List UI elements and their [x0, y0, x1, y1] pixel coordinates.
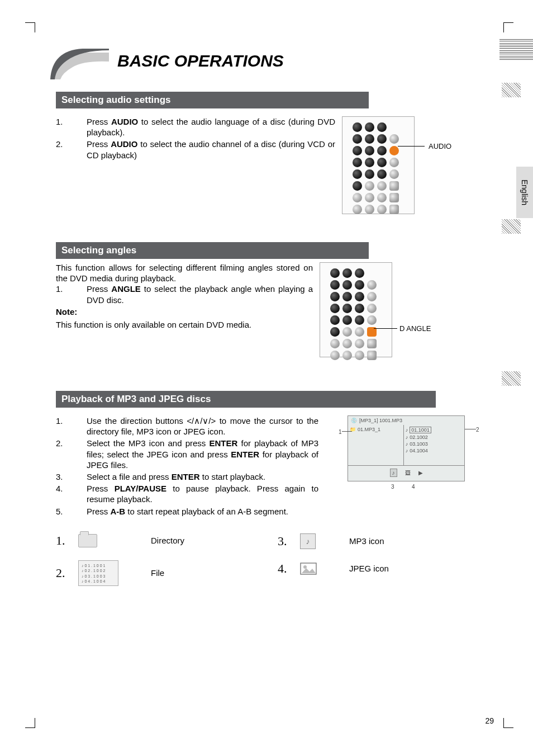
- mp3-file-row: 01.1001: [410, 427, 431, 433]
- remote-illustration: [320, 262, 392, 357]
- legend-label-jpeg: JPEG icon: [349, 564, 389, 573]
- callout-label-angle: D ANGLE: [399, 324, 431, 333]
- page-title: BASIC OPERATIONS: [117, 51, 284, 70]
- list-item: 1. Press AUDIO to select the audio langu…: [56, 116, 335, 138]
- crop-mark: [503, 718, 513, 728]
- crop-mark: [25, 718, 35, 728]
- section-intro: This function allows for selecting diffe…: [56, 262, 313, 284]
- language-tab: English: [516, 167, 533, 218]
- legend-num-4: 4.: [278, 561, 300, 576]
- note-label: Note:: [56, 306, 313, 317]
- legend: 1. Directory 2. ♪ 0 1 . 1 0 0 1 ♪ 0 2 . …: [56, 533, 499, 598]
- item-number: 4.: [56, 483, 87, 504]
- language-label: English: [520, 179, 529, 205]
- callout-label-audio: AUDIO: [429, 142, 451, 150]
- pointer-2: 2: [476, 427, 479, 433]
- legend-label-file: File: [151, 568, 164, 578]
- instruction-list: 1. Press ANGLE to select the playback an…: [56, 284, 313, 305]
- footer-play-icon: ▶: [418, 470, 423, 476]
- hatch-decoration: [502, 371, 521, 386]
- callout-line: [465, 429, 476, 429]
- page-number: 29: [485, 716, 494, 725]
- pointer-3: 3: [391, 484, 394, 490]
- remote-illustration: [342, 116, 415, 214]
- list-item: 2. Select the MP3 icon and press ENTER f…: [56, 438, 318, 470]
- left-pane-text: 01.MP3_1: [358, 427, 380, 432]
- mp3-browser-illustration: 💿 [MP3_1] 1001.MP3 📁 01.MP3_1 ♪01.1001 ♪…: [348, 415, 465, 481]
- crop-mark: [25, 22, 35, 32]
- item-number: 1.: [56, 284, 87, 305]
- footer-jpeg-icon: 🖼: [405, 470, 411, 476]
- legend-label-mp3: MP3 icon: [349, 536, 384, 546]
- item-number: 1.: [56, 116, 87, 138]
- section-heading-audio: Selecting audio settings: [56, 92, 369, 108]
- jpeg-icon: [300, 561, 317, 576]
- list-item: 1. Use the direction buttons </∧/∨/> to …: [56, 415, 318, 437]
- legend-num-2: 2.: [56, 566, 78, 580]
- crop-mark: [503, 22, 513, 32]
- callout-line: [342, 431, 352, 432]
- legend-num-1: 1.: [56, 533, 78, 548]
- hatch-decoration: [502, 83, 521, 97]
- item-number: 1.: [56, 415, 87, 437]
- mp3-file-row: 04.1004: [410, 448, 428, 453]
- legend-num-3: 3.: [278, 534, 300, 549]
- page-title-row: BASIC OPERATIONS: [56, 50, 499, 84]
- note-text: This function is only available on certa…: [56, 319, 313, 330]
- footer-mp3-icon: ♪: [390, 469, 397, 477]
- section-heading-mp3: Playback of MP3 and JPEG discs: [56, 391, 436, 408]
- file-list-icon: ♪ 0 1 . 1 0 0 1 ♪ 0 2 . 1 0 0 2 ♪ 0 3 . …: [78, 560, 118, 586]
- decorative-lines: [499, 39, 533, 62]
- mp3-file-row: 02.1002: [410, 434, 428, 440]
- item-number: 5.: [56, 506, 87, 517]
- pointer-1: 1: [339, 429, 342, 435]
- swoosh-icon: [50, 46, 109, 83]
- dvd-icon: 💿: [351, 418, 357, 423]
- callout-line: [398, 146, 425, 147]
- mp3-header-text: [MP3_1] 1001.MP3: [359, 418, 402, 423]
- legend-label-directory: Directory: [151, 536, 184, 545]
- mp3-icon: ♪: [300, 533, 316, 549]
- list-item: 1. Press ANGLE to select the playback an…: [56, 284, 313, 305]
- list-item: 5. Press A-B to start repeat playback of…: [56, 506, 318, 517]
- pointer-4: 4: [412, 484, 415, 490]
- item-number: 2.: [56, 438, 87, 470]
- mp3-file-row: 03.1003: [410, 441, 428, 447]
- folder-icon: [78, 534, 97, 547]
- callout-line: [374, 328, 397, 329]
- hatch-decoration: [502, 219, 521, 234]
- section-heading-angles: Selecting angles: [56, 242, 369, 259]
- item-number: 3.: [56, 471, 87, 482]
- list-item: 4. Press PLAY/PAUSE to pause playback. P…: [56, 483, 318, 504]
- list-item: 2. Press AUDIO to select the audio chann…: [56, 139, 335, 160]
- instruction-list: 1. Press AUDIO to select the audio langu…: [56, 116, 335, 160]
- list-item: 3. Select a file and press ENTER to star…: [56, 471, 318, 482]
- instruction-list: 1. Use the direction buttons </∧/∨/> to …: [56, 415, 318, 517]
- item-number: 2.: [56, 139, 87, 160]
